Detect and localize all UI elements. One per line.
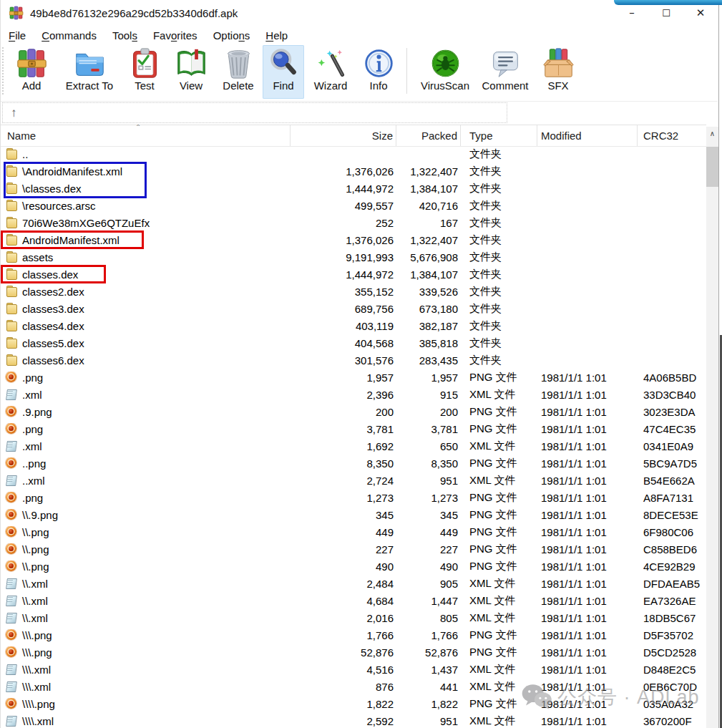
file-crc32: 4CE92B29 [638, 560, 706, 573]
table-row[interactable]: \\\.xml 876 441 XML 文件 1981/1/1 1:01 0EB… [1, 678, 706, 695]
info-button[interactable]: Info [357, 45, 400, 99]
file-type: 文件夹 [461, 336, 537, 350]
file-packed: 673,180 [396, 303, 461, 315]
toolbar-grip[interactable] [2, 47, 4, 94]
virusscan-button[interactable]: VirusScan [414, 45, 477, 99]
file-type: PNG 文件 [461, 525, 537, 539]
table-row[interactable]: AndroidManifest.xml 1,376,026 1,322,407 … [1, 231, 706, 248]
menu-item-options[interactable]: Options [205, 29, 258, 42]
table-row[interactable]: classes4.dex 403,119 382,187 文件夹 [1, 317, 706, 334]
table-row[interactable]: classes6.dex 301,576 283,435 文件夹 [1, 351, 706, 369]
file-packed: 1,384,107 [396, 183, 461, 195]
png-file-icon [6, 526, 18, 538]
menu-item-help[interactable]: Help [258, 29, 296, 42]
close-button[interactable]: ✕ [683, 0, 718, 26]
table-row[interactable]: ..xml 2,724 951 XML 文件 1981/1/1 1:01 B54… [1, 472, 706, 489]
table-row[interactable]: .xml 1,692 650 XML 文件 1981/1/1 1:01 0341… [1, 437, 706, 455]
table-row[interactable]: ..png 8,350 8,350 PNG 文件 1981/1/1 1:01 5… [1, 455, 706, 472]
png-file-icon [6, 406, 18, 417]
table-row[interactable]: .png 3,781 3,781 PNG 文件 1981/1/1 1:01 47… [1, 420, 706, 437]
file-size: 2,396 [291, 389, 396, 401]
file-name: \\.xml [22, 612, 48, 624]
file-type: XML 文件 [461, 594, 537, 608]
file-name: \\\\.png [22, 698, 55, 710]
column-header-type[interactable]: Type [461, 125, 537, 146]
table-row[interactable]: .png 1,273 1,273 PNG 文件 1981/1/1 1:01 A8… [1, 489, 706, 506]
table-row[interactable]: .9.png 200 200 PNG 文件 1981/1/1 1:01 3023… [1, 403, 706, 420]
file-type: 文件夹 [461, 233, 537, 247]
delete-button[interactable]: Delete [214, 45, 263, 99]
table-row[interactable]: \classes.dex 1,444,972 1,384,107 文件夹 [1, 180, 706, 197]
table-row[interactable]: classes3.dex 689,756 673,180 文件夹 [1, 300, 706, 317]
table-row[interactable]: .. 文件夹 [1, 145, 706, 162]
png-file-icon [6, 492, 18, 503]
column-header-size[interactable]: Size [291, 125, 396, 146]
find-button[interactable]: Find [263, 45, 304, 99]
test-button[interactable]: Test [121, 45, 168, 99]
extract-to-button[interactable]: Extract To [58, 45, 121, 99]
table-row[interactable]: \\\.png 1,766 1,766 PNG 文件 1981/1/1 1:01… [1, 626, 706, 644]
view-button[interactable]: View [168, 45, 214, 99]
table-row[interactable]: \\.png 227 227 PNG 文件 1981/1/1 1:01 C858… [1, 540, 706, 558]
table-row[interactable]: classes.dex 1,444,972 1,384,107 文件夹 [1, 266, 706, 283]
table-row[interactable]: classes5.dex 404,568 385,818 文件夹 [1, 334, 706, 351]
column-header-name[interactable]: Name ˆ [1, 125, 291, 146]
file-type: XML 文件 [461, 663, 537, 676]
table-row[interactable]: \\.xml 2,016 805 XML 文件 1981/1/1 1:01 18… [1, 609, 706, 626]
table-row[interactable]: \\\.png 52,876 52,876 PNG 文件 1981/1/1 1:… [1, 644, 706, 661]
file-crc32: 0341E0A9 [638, 440, 706, 452]
scroll-up-button[interactable]: ∧ [706, 127, 718, 140]
file-name: \\.png [22, 560, 49, 573]
sort-ascending-icon: ˆ [137, 123, 140, 134]
up-directory-icon[interactable]: ↑ [11, 107, 17, 119]
table-row[interactable]: \\.9.png 345 345 PNG 文件 1981/1/1 1:01 8D… [1, 506, 706, 523]
file-type: PNG 文件 [461, 628, 537, 642]
scrollbar-thumb[interactable] [706, 147, 718, 187]
table-row[interactable]: \\\.xml 4,516 1,437 XML 文件 1981/1/1 1:01… [1, 661, 706, 678]
menu-item-file[interactable]: File [1, 29, 34, 42]
maximize-button[interactable]: ☐ [649, 0, 683, 26]
file-type: PNG 文件 [461, 422, 537, 436]
file-size: 490 [291, 560, 396, 573]
file-modified: 1981/1/1 1:01 [537, 389, 638, 401]
add-button[interactable]: Add [5, 45, 58, 99]
toolbar-divider [1, 101, 718, 102]
table-row[interactable]: \\.png 490 490 PNG 文件 1981/1/1 1:01 4CE9… [1, 558, 706, 575]
file-name: ..png [22, 457, 46, 470]
table-row[interactable]: \\\\.xml 2,592 951 XML 文件 1981/1/1 1:01 … [1, 712, 706, 728]
column-header-crc32[interactable]: CRC32 [638, 125, 706, 146]
table-row[interactable]: assets 9,191,993 5,676,908 文件夹 [1, 248, 706, 266]
column-header-modified[interactable]: Modified [537, 125, 638, 146]
table-row[interactable]: \AndroidManifest.xml 1,376,026 1,322,407… [1, 162, 706, 180]
file-modified: 1981/1/1 1:01 [537, 475, 638, 487]
wizard-button[interactable]: Wizard [304, 45, 357, 99]
file-name: \AndroidManifest.xml [22, 165, 122, 178]
table-row[interactable]: \\\\.png 1,822 1,822 PNG 文件 1981/1/1 1:0… [1, 695, 706, 712]
comment-button[interactable]: Comment [477, 45, 534, 99]
file-type: PNG 文件 [461, 508, 537, 522]
file-size: 200 [291, 406, 396, 418]
menu-item-favorites[interactable]: Favorites [145, 29, 205, 42]
table-row[interactable]: classes2.dex 355,152 339,526 文件夹 [1, 283, 706, 300]
column-header-packed[interactable]: Packed [396, 125, 461, 146]
table-row[interactable]: .png 1,957 1,957 PNG 文件 1981/1/1 1:01 4A… [1, 369, 706, 386]
file-size: 689,756 [291, 303, 396, 315]
file-list: .. 文件夹 \AndroidManifest.xml 1,376,026 1,… [1, 145, 706, 728]
minimize-button[interactable]: – [615, 0, 649, 26]
sfx-button[interactable]: SFX [534, 45, 582, 99]
table-row[interactable]: \resources.arsc 499,557 420,716 文件夹 [1, 197, 706, 214]
table-row[interactable]: \\.xml 2,484 905 XML 文件 1981/1/1 1:01 DF… [1, 575, 706, 592]
table-row[interactable]: 70i6We38mXGe6QTZuEfx 252 167 文件夹 [1, 214, 706, 231]
menu-item-commands[interactable]: Commands [34, 29, 104, 42]
table-row[interactable]: .xml 2,396 915 XML 文件 1981/1/1 1:01 33D3… [1, 386, 706, 403]
file-packed: 1,322,407 [396, 234, 461, 246]
table-row[interactable]: \\.png 449 449 PNG 文件 1981/1/1 1:01 6F98… [1, 523, 706, 540]
table-row[interactable]: \\.xml 4,684 1,447 XML 文件 1981/1/1 1:01 … [1, 592, 706, 609]
file-size: 227 [291, 543, 396, 555]
menu-item-tools[interactable]: Tools [104, 29, 145, 42]
file-modified: 1981/1/1 1:01 [537, 646, 638, 659]
address-bar[interactable]: ↑ [2, 102, 507, 123]
file-modified: 1981/1/1 1:01 [537, 578, 638, 590]
file-modified: 1981/1/1 1:01 [537, 595, 638, 607]
vertical-scrollbar[interactable]: ∧ [706, 127, 718, 728]
